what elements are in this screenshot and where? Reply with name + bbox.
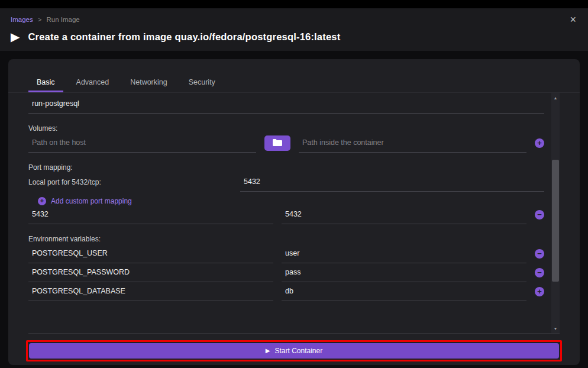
scrollbar[interactable]: ▲ ▼ xyxy=(551,93,560,333)
env-row: − xyxy=(28,263,544,282)
tab-security[interactable]: Security xyxy=(180,73,224,92)
add-custom-port-icon: + xyxy=(38,197,46,205)
volume-row: + xyxy=(28,134,544,153)
add-env-icon[interactable]: + xyxy=(535,287,544,296)
tab-bar: Basic Advanced Networking Security xyxy=(8,59,580,93)
local-port-row: Local port for 5432/tcp: xyxy=(28,173,544,192)
port-mapping-label: Port mapping: xyxy=(28,163,544,172)
tab-basic[interactable]: Basic xyxy=(28,73,63,92)
browse-folder-button[interactable] xyxy=(264,135,290,151)
env-value-input[interactable] xyxy=(282,244,526,263)
env-name-input[interactable] xyxy=(28,282,273,301)
add-custom-port-label: Add custom port mapping xyxy=(51,197,132,205)
scroll-down-icon[interactable]: ▼ xyxy=(551,324,560,333)
breadcrumb-current: Run Image xyxy=(46,16,79,23)
dialog-header: Images > Run Image × ▶ Create a containe… xyxy=(0,8,588,51)
start-container-button[interactable]: ▶ Start Container xyxy=(29,343,559,359)
scroll-up-icon[interactable]: ▲ xyxy=(551,93,560,102)
tab-advanced[interactable]: Advanced xyxy=(68,73,118,92)
env-value-input[interactable] xyxy=(282,282,526,301)
remove-env-icon[interactable]: − xyxy=(535,268,544,277)
titlebar xyxy=(0,0,588,8)
env-name-input[interactable] xyxy=(28,244,273,263)
breadcrumb: Images > Run Image xyxy=(11,16,80,23)
env-row: − xyxy=(28,244,544,263)
page-title: Create a container from image quay.io/fe… xyxy=(28,31,340,43)
volume-host-path-input[interactable] xyxy=(28,134,256,153)
env-name-input[interactable] xyxy=(28,263,273,282)
remove-port-mapping-icon[interactable]: − xyxy=(535,210,544,219)
local-port-label: Local port for 5432/tcp: xyxy=(28,178,240,186)
dialog-panel: Basic Advanced Networking Security Volum… xyxy=(8,59,580,365)
env-row: + xyxy=(28,282,544,301)
play-icon: ▶ xyxy=(266,348,270,354)
scrollbar-track[interactable] xyxy=(551,102,560,324)
annotation-highlight: ▶ Start Container xyxy=(26,340,562,361)
dialog-footer: ▶ Start Container xyxy=(8,334,580,365)
scrollbar-thumb[interactable] xyxy=(552,160,559,282)
env-variables-label: Environment variables: xyxy=(28,235,544,243)
start-container-label: Start Container xyxy=(274,347,322,355)
custom-port-host-input[interactable] xyxy=(28,205,273,224)
custom-port-container-input[interactable] xyxy=(282,205,526,224)
volumes-label: Volumes: xyxy=(28,124,544,133)
breadcrumb-images-link[interactable]: Images xyxy=(11,16,33,23)
tab-networking[interactable]: Networking xyxy=(122,73,176,92)
close-icon[interactable]: × xyxy=(568,14,577,25)
local-port-input[interactable] xyxy=(240,173,544,192)
add-custom-port-mapping[interactable]: + Add custom port mapping xyxy=(38,197,544,205)
breadcrumb-separator: > xyxy=(38,16,42,23)
add-volume-icon[interactable]: + xyxy=(535,138,544,148)
remove-env-icon[interactable]: − xyxy=(535,249,544,259)
form-scroll: Volumes: + Port mapping: Local port for … xyxy=(28,93,551,333)
custom-port-row: − xyxy=(28,205,544,224)
container-name-input[interactable] xyxy=(28,95,544,114)
folder-icon xyxy=(272,138,283,149)
run-image-icon: ▶ xyxy=(11,31,20,43)
form-area: Volumes: + Port mapping: Local port for … xyxy=(28,93,560,334)
env-value-input[interactable] xyxy=(282,263,526,282)
volume-container-path-input[interactable] xyxy=(299,134,526,153)
